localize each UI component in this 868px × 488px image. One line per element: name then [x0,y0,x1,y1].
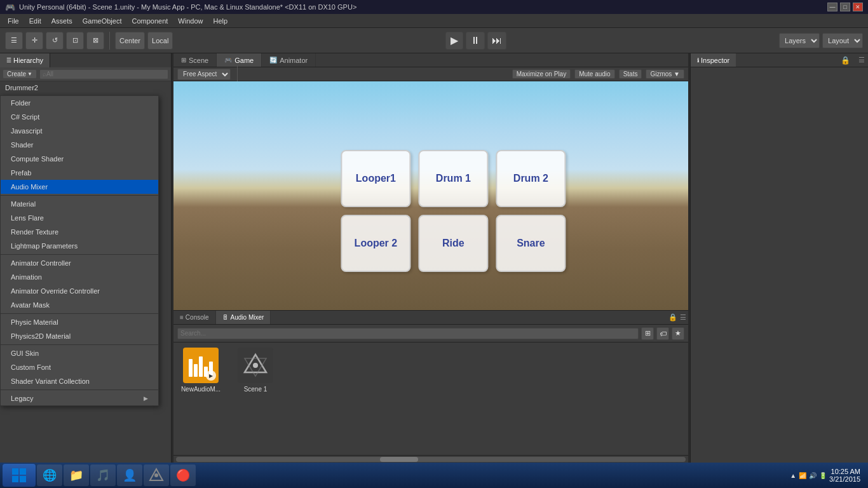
layers-dropdown[interactable]: Layers [779,33,820,48]
dropdown-gui-skin[interactable]: GUI Skin [1,346,158,360]
dropdown-physic-material[interactable]: Physic Material [1,315,158,329]
dropdown-avatar-mask[interactable]: Avatar Mask [1,298,158,312]
layout-dropdown[interactable]: Layout [822,33,863,48]
game-btn-ride[interactable]: Ride [418,215,488,272]
menubar: File Edit Assets GameObject Component Wi… [0,14,868,28]
create-button[interactable]: Create ▼ [3,69,37,79]
tab-audio-mixer[interactable]: 🎚 Audio Mixer [216,311,271,324]
clock: 10:25 AM 3/21/2015 [829,468,860,483]
audio-mixer-name: NewAudioM... [181,386,220,393]
play-overlay-icon: ▶ [206,370,216,381]
scrollbar-thumb[interactable] [380,457,418,462]
dropdown-shader[interactable]: Shader [1,138,158,152]
menu-window[interactable]: Window [173,16,208,26]
dropdown-legacy[interactable]: Legacy ▶ [1,391,158,405]
pivot-center[interactable]: Center [115,32,145,50]
taskbar-chrome[interactable]: 🔴 [170,464,196,486]
dropdown-render-texture[interactable]: Render Texture [1,225,158,239]
aspect-dropdown[interactable]: Free Aspect 5:4 4:3 16:9 [177,69,231,80]
taskbar-unity[interactable] [144,464,169,486]
taskbar-explorer[interactable]: 📁 [64,464,89,486]
tab-inspector[interactable]: ℹ Inspector [691,53,736,67]
tab-console[interactable]: ≡ Console [173,311,216,324]
menu-assets[interactable]: Assets [46,16,78,26]
main-toolbar: ☰ ✛ ↺ ⊡ ⊠ Center Local ▶ ⏸ ⏭ Layers Layo… [0,28,868,53]
titlebar: 🎮 Unity Personal (64bit) - Scene 1.unity… [0,0,868,14]
dropdown-shader-variant[interactable]: Shader Variant Collection [1,374,158,388]
dropdown-csharp[interactable]: C# Script [1,110,158,124]
bottom-panel-lock[interactable]: 🔒 [668,311,678,324]
dropdown-sep-4 [1,344,158,345]
tool-scale[interactable]: ⊡ [66,32,84,50]
search-by-label[interactable]: 🏷 [656,327,669,340]
dropdown-lens-flare[interactable]: Lens Flare [1,211,158,225]
scrollbar-track[interactable] [176,457,686,462]
mute-audio[interactable]: Mute audio [574,69,614,79]
taskbar-ie[interactable]: 🌐 [37,464,62,486]
hierarchy-item-drummer2[interactable]: Drummer2 [0,83,171,93]
maximize-on-play[interactable]: Maximize on Play [512,69,571,79]
menu-gameobject[interactable]: GameObject [78,16,127,26]
pause-button[interactable]: ⏸ [466,32,485,50]
menu-help[interactable]: Help [208,16,233,26]
inspector-options[interactable]: ☰ [855,53,868,67]
dropdown-animator-controller[interactable]: Animator Controller [1,256,158,270]
svg-rect-5 [12,476,18,482]
bottom-panel-options[interactable]: ☰ [678,311,688,324]
game-btn-snare[interactable]: Snare [496,215,566,272]
maximize-button[interactable]: □ [840,3,850,11]
tray-arrow[interactable]: ▲ [790,472,796,479]
clock-date: 3/21/2015 [829,475,860,483]
dropdown-folder[interactable]: Folder [1,96,158,110]
tab-game[interactable]: 🎮 Game [217,53,262,67]
dropdown-material[interactable]: Material [1,197,158,211]
menu-edit[interactable]: Edit [24,16,46,26]
game-btn-drum1[interactable]: Drum 1 [418,150,488,207]
start-button[interactable] [3,464,36,487]
asset-scene1[interactable]: Scene 1 [233,348,278,393]
tab-animator[interactable]: 🔄 Animator [262,53,316,67]
separator-1 [109,32,110,50]
volume-icon[interactable]: 🔊 [809,472,817,479]
step-button[interactable]: ⏭ [487,32,506,50]
unity-logo-svg [242,352,269,379]
game-btn-looper2[interactable]: Looper 2 [341,215,410,272]
inspector-lock-btn[interactable]: 🔒 [836,53,855,67]
menu-component[interactable]: Component [126,16,173,26]
close-button[interactable]: ✕ [853,3,863,11]
tool-rotate[interactable]: ↺ [46,32,64,50]
dropdown-physics2d-material[interactable]: Physics2D Material [1,329,158,343]
tool-hand[interactable]: ☰ [5,32,23,50]
tool-translate[interactable]: ✛ [25,32,43,50]
dropdown-animation[interactable]: Animation [1,270,158,284]
taskbar-media[interactable]: 🎵 [90,464,116,486]
pivot-local[interactable]: Local [147,32,173,50]
dropdown-audio-mixer[interactable]: Audio Mixer [1,180,158,194]
assets-star[interactable]: ★ [672,327,684,340]
menu-file[interactable]: File [3,16,24,26]
assets-search-input[interactable] [177,328,639,339]
tool-rect[interactable]: ⊠ [86,32,104,50]
gizmos-btn[interactable]: Gizmos ▼ [646,69,684,79]
asset-new-audio-mixer[interactable]: ▶ NewAudioM... [179,348,223,393]
stats-btn[interactable]: Stats [619,69,642,79]
tab-hierarchy[interactable]: ☰ Hierarchy [0,53,50,67]
dropdown-lightmap-params[interactable]: Lightmap Parameters [1,239,158,253]
tab-scene[interactable]: ⊞ Scene [173,53,217,67]
play-button[interactable]: ▶ [445,32,463,50]
search-by-type[interactable]: ⊞ [641,327,654,340]
dropdown-sep-1 [1,195,158,196]
game-btn-drum2[interactable]: Drum 2 [496,150,566,207]
game-btn-looper1[interactable]: Looper1 [341,150,410,207]
minimize-button[interactable]: — [827,3,837,11]
dropdown-compute-shader[interactable]: Compute Shader [1,152,158,166]
animator-tab-icon: 🔄 [269,57,277,64]
hierarchy-search[interactable] [39,69,168,79]
taskbar-user[interactable]: 👤 [117,464,142,486]
dropdown-custom-font[interactable]: Custom Font [1,360,158,374]
dropdown-prefab[interactable]: Prefab [1,166,158,180]
dropdown-sep-2 [1,254,158,255]
dropdown-animator-override[interactable]: Animator Override Controller [1,284,158,298]
hierarchy-panel: ☰ Hierarchy Create ▼ Drummer2 [0,53,172,463]
dropdown-javascript[interactable]: Javascript [1,124,158,138]
